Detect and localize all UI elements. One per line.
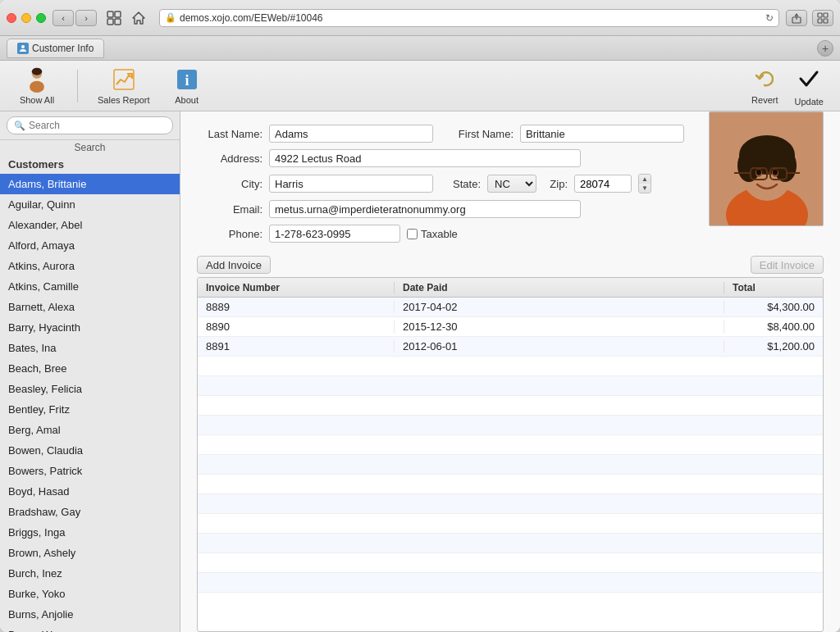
invoice-total-cell: $4,300.00 — [724, 301, 823, 313]
sales-report-icon — [111, 66, 137, 93]
sidebar-item[interactable]: Beach, Bree — [0, 358, 180, 379]
table-row[interactable]: 88892017-04-02$4,300.00 — [198, 298, 823, 317]
invoice-date-header: Date Paid — [395, 282, 724, 293]
sidebar-item[interactable]: Bates, Ina — [0, 338, 180, 358]
revert-button[interactable]: Revert — [751, 67, 778, 105]
main-window: ‹ › 🔒 demos.xojo.com/EEWeb/#10046 ↻ — [0, 0, 840, 632]
table-row[interactable]: 88902015-12-30$8,400.00 — [198, 317, 823, 337]
invoice-date-cell: 2015-12-30 — [395, 321, 724, 333]
url-bar[interactable]: 🔒 demos.xojo.com/EEWeb/#10046 ↻ — [159, 9, 779, 27]
last-name-input[interactable] — [269, 125, 433, 143]
sidebar-item[interactable]: Aguilar, Quinn — [0, 194, 180, 215]
home-button[interactable] — [128, 10, 149, 26]
svg-marker-4 — [133, 12, 144, 24]
show-all-button[interactable]: Show All — [16, 66, 57, 105]
svg-point-15 — [32, 68, 42, 75]
window-controls-button[interactable] — [812, 10, 833, 26]
zip-up-button[interactable]: ▲ — [639, 175, 651, 184]
sidebar-item[interactable]: Bentley, Fritz — [0, 399, 180, 420]
sidebar-item[interactable]: Bowen, Claudia — [0, 440, 180, 461]
email-input[interactable] — [269, 200, 581, 218]
empty-row — [198, 357, 823, 376]
refresh-button[interactable]: ↻ — [765, 12, 774, 24]
sidebar-item[interactable]: Burke, Yoko — [0, 584, 180, 604]
new-tab-button[interactable]: + — [817, 40, 833, 57]
state-label: State: — [440, 178, 481, 190]
svg-point-28 — [756, 170, 761, 175]
zip-down-button[interactable]: ▼ — [639, 184, 651, 193]
empty-row — [198, 494, 823, 514]
back-button[interactable]: ‹ — [52, 10, 74, 26]
sidebar-item[interactable]: Alexander, Abel — [0, 215, 180, 235]
update-button[interactable]: Update — [795, 66, 824, 107]
maximize-button[interactable] — [36, 13, 46, 23]
toolbar: Show All Sales Report i About — [0, 61, 840, 111]
zip-input[interactable] — [574, 175, 632, 193]
phone-input[interactable] — [269, 225, 400, 243]
invoice-number-cell: 8890 — [198, 321, 395, 333]
sidebar-item[interactable]: Bowers, Patrick — [0, 461, 180, 481]
address-label: Address: — [197, 152, 262, 165]
empty-row — [198, 573, 823, 593]
empty-row — [198, 455, 823, 475]
url-text: demos.xojo.com/EEWeb/#10046 — [180, 12, 323, 24]
svg-point-11 — [21, 45, 25, 48]
sidebar-item[interactable]: Atkins, Camille — [0, 276, 180, 297]
sidebar-item[interactable]: Atkins, Aurora — [0, 256, 180, 276]
first-name-input[interactable] — [520, 125, 684, 143]
main-content: 🔍 Search Customers Adams, BrittanieAguil… — [0, 111, 840, 632]
update-icon — [796, 66, 822, 94]
taxable-checkbox-wrap: Taxable — [407, 228, 458, 240]
about-button[interactable]: i About — [167, 66, 208, 105]
empty-row — [198, 435, 823, 455]
sidebar-item[interactable]: Barry, Hyacinth — [0, 317, 180, 338]
sidebar-item[interactable]: Barnett, Alexa — [0, 297, 180, 317]
invoice-number-cell: 8891 — [198, 340, 395, 352]
forward-button[interactable]: › — [75, 10, 97, 26]
first-name-label: First Name: — [440, 128, 514, 140]
taxable-checkbox[interactable] — [407, 229, 418, 239]
customer-info-tab[interactable]: Customer Info — [7, 39, 104, 58]
invoice-toolbar: Add Invoice Edit Invoice — [197, 256, 824, 274]
search-input[interactable] — [29, 120, 166, 131]
svg-rect-16 — [114, 70, 134, 89]
sidebar-item[interactable]: Alford, Amaya — [0, 235, 180, 256]
revert-icon — [753, 67, 776, 93]
sales-report-button[interactable]: Sales Report — [98, 66, 150, 105]
city-input[interactable] — [269, 175, 433, 193]
share-button[interactable] — [786, 10, 807, 26]
sidebar-item[interactable]: Burns, Warren — [0, 625, 180, 632]
phone-row: Phone: Taxable — [197, 225, 694, 243]
zip-label: Zip: — [543, 178, 568, 190]
titlebar-right — [786, 10, 833, 26]
sidebar-item[interactable]: Briggs, Inga — [0, 522, 180, 543]
right-panel: Last Name: First Name: Address: City: — [180, 111, 840, 632]
sidebar-item[interactable]: Brown, Ashely — [0, 543, 180, 563]
lock-icon: 🔒 — [165, 12, 176, 23]
titlebar: ‹ › 🔒 demos.xojo.com/EEWeb/#10046 ↻ — [0, 0, 840, 36]
tab-label: Customer Info — [32, 43, 94, 54]
about-icon: i — [174, 66, 200, 93]
sidebar-section-title: Customers — [0, 155, 180, 174]
sidebar-item[interactable]: Berg, Amal — [0, 420, 180, 440]
sidebar-item[interactable]: Burns, Anjolie — [0, 604, 180, 625]
sidebar-item[interactable]: Beasley, Felicia — [0, 379, 180, 399]
table-row[interactable]: 88912012-06-01$1,200.00 — [198, 337, 823, 357]
close-button[interactable] — [7, 13, 16, 23]
sidebar-item[interactable]: Boyd, Hasad — [0, 481, 180, 502]
grid-view-button[interactable] — [103, 10, 125, 26]
invoice-rows: 88892017-04-02$4,300.0088902015-12-30$8,… — [198, 298, 823, 593]
form-container: Last Name: First Name: Address: City: — [180, 111, 840, 256]
edit-invoice-button[interactable]: Edit Invoice — [751, 256, 824, 274]
name-row: Last Name: First Name: — [197, 125, 694, 143]
sidebar-item[interactable]: Burch, Inez — [0, 563, 180, 584]
invoice-table: Invoice Number Date Paid Total 88892017-… — [197, 277, 824, 632]
state-select[interactable]: NC — [487, 175, 536, 193]
minimize-button[interactable] — [21, 13, 31, 23]
sidebar-item[interactable]: Adams, Brittanie — [0, 174, 180, 194]
add-invoice-button[interactable]: Add Invoice — [197, 256, 271, 274]
show-all-icon — [24, 66, 50, 93]
address-input[interactable] — [269, 149, 581, 167]
sidebar-item[interactable]: Bradshaw, Gay — [0, 502, 180, 522]
last-name-label: Last Name: — [197, 128, 262, 140]
